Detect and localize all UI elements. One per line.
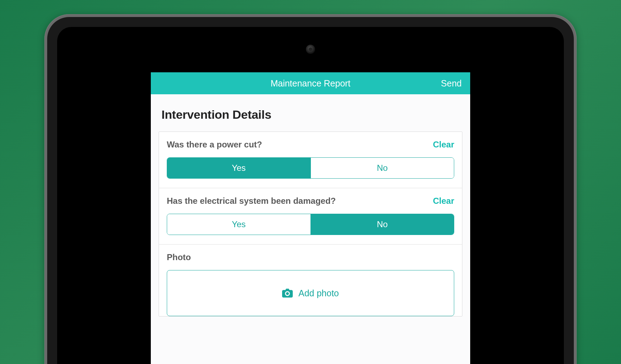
clear-button[interactable]: Clear (433, 140, 454, 150)
photo-section-label: Photo (167, 252, 454, 262)
option-yes[interactable]: Yes (167, 214, 310, 235)
send-button[interactable]: Send (441, 78, 462, 89)
question-label: Was there a power cut? (167, 140, 262, 150)
tablet-face: Maintenance Report Send Intervention Det… (57, 27, 564, 364)
add-photo-button[interactable]: Add photo (167, 270, 454, 316)
question-power-cut: Was there a power cut? Clear Yes No (159, 132, 462, 188)
tablet-device-frame: Maintenance Report Send Intervention Det… (44, 14, 577, 364)
camera-icon (282, 289, 293, 298)
app-content: Intervention Details Was there a power c… (151, 94, 470, 317)
app-root: Maintenance Report Send Intervention Det… (151, 72, 470, 364)
segmented-control: Yes No (167, 157, 454, 179)
question-row: Has the electrical system been damaged? … (167, 196, 454, 206)
add-photo-label: Add photo (298, 288, 339, 298)
app-header: Maintenance Report Send (151, 72, 470, 94)
option-no[interactable]: No (310, 158, 454, 178)
clear-button[interactable]: Clear (433, 196, 454, 206)
tablet-bezel: Maintenance Report Send Intervention Det… (47, 17, 574, 364)
section-heading: Intervention Details (151, 108, 470, 131)
photo-section: Photo Add photo (159, 245, 462, 316)
question-electrical-damage: Has the electrical system been damaged? … (159, 188, 462, 245)
option-no[interactable]: No (310, 214, 454, 235)
front-camera-icon (306, 45, 315, 54)
option-yes[interactable]: Yes (167, 158, 310, 178)
form-card: Was there a power cut? Clear Yes No (159, 131, 462, 317)
segmented-control: Yes No (167, 214, 454, 235)
question-row: Was there a power cut? Clear (167, 140, 454, 150)
tablet-screen: Maintenance Report Send Intervention Det… (89, 72, 532, 364)
page-title: Maintenance Report (270, 78, 350, 89)
question-label: Has the electrical system been damaged? (167, 196, 336, 206)
